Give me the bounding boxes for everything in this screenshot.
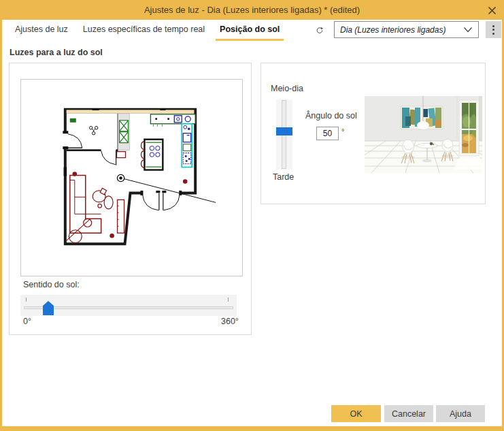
sun-position-groupbox: Meio-dia Tarde Ângulo do sol ° bbox=[261, 63, 486, 204]
chevron-down-icon bbox=[463, 27, 473, 33]
light-settings-dialog: Ajustes de luz - Dia (Luzes interiores l… bbox=[0, 0, 504, 431]
left-panel-header: Luzes para a luz do sol bbox=[10, 48, 103, 57]
slider-tick-max bbox=[228, 298, 229, 302]
tab-luzes-especificas[interactable]: Luzes específicas de tempo real bbox=[79, 20, 209, 41]
cancel-button[interactable]: Cancelar bbox=[384, 405, 433, 422]
titlebar: Ajustes de luz - Dia (Luzes interiores l… bbox=[0, 0, 504, 20]
range-min-label: 0° bbox=[23, 317, 31, 326]
floor-plan-box bbox=[20, 79, 243, 276]
tab-list: Ajustes de luz Luzes específicas de temp… bbox=[11, 20, 284, 41]
sun-direction-slider-handle[interactable] bbox=[43, 301, 54, 315]
sun-direction-slider-track[interactable] bbox=[24, 306, 233, 309]
tab-ajustes-de-luz[interactable]: Ajustes de luz bbox=[11, 20, 72, 41]
noon-label: Meio-dia bbox=[271, 84, 303, 93]
afternoon-label: Tarde bbox=[273, 172, 294, 182]
dialog-title: Ajustes de luz - Dia (Luzes interiores l… bbox=[144, 5, 360, 15]
range-max-label: 360° bbox=[221, 317, 239, 326]
sun-angle-input[interactable] bbox=[316, 127, 339, 140]
sun-direction-label: Sentido do sol: bbox=[23, 280, 80, 289]
sun-angle-label: Ângulo do sol bbox=[305, 111, 357, 121]
floor-plan-drawing bbox=[21, 80, 242, 276]
refresh-icon[interactable] bbox=[312, 22, 328, 38]
sun-angle-unit: ° bbox=[341, 127, 344, 135]
slider-tick-min bbox=[26, 298, 27, 302]
help-button[interactable]: Ajuda bbox=[436, 405, 485, 422]
kebab-menu-icon[interactable] bbox=[486, 21, 501, 38]
window-border-bottom bbox=[0, 426, 504, 431]
sun-direction-slider[interactable] bbox=[20, 295, 237, 316]
sun-light-groupbox: Sentido do sol: 0° 360° bbox=[9, 63, 252, 335]
sun-height-slider-handle[interactable] bbox=[276, 127, 292, 135]
window-border-left bbox=[0, 20, 2, 431]
close-icon[interactable] bbox=[486, 5, 498, 16]
ok-button[interactable]: OK bbox=[331, 405, 381, 422]
light-preset-dropdown[interactable]: Dia (Luzes interiores ligadas) bbox=[334, 21, 479, 38]
light-preset-value: Dia (Luzes interiores ligadas) bbox=[340, 25, 463, 35]
tab-posicao-do-sol[interactable]: Posição do sol bbox=[216, 20, 284, 41]
tab-bar: Ajustes de luz Luzes específicas de temp… bbox=[2, 20, 502, 41]
room-preview-image bbox=[365, 96, 482, 173]
